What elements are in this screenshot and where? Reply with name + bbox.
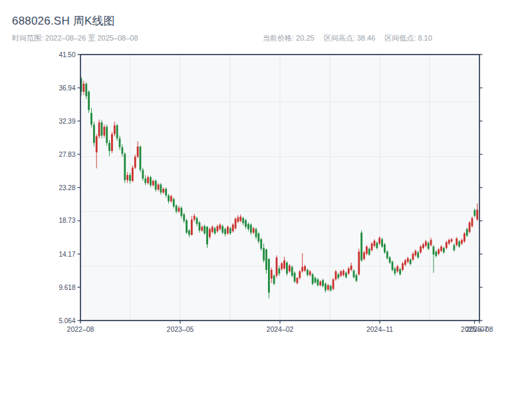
candle (335, 270, 337, 281)
candle (464, 232, 466, 243)
candle-body (422, 244, 424, 247)
candle-body (286, 263, 288, 273)
candle-body (129, 175, 131, 181)
candle-body (371, 243, 373, 250)
candle-body (348, 269, 350, 274)
candle-body (106, 127, 108, 143)
candle-body (183, 214, 185, 221)
candle (366, 245, 368, 255)
candle-body (101, 122, 103, 136)
candle (294, 271, 296, 283)
candle-body (412, 254, 414, 260)
candle-body (224, 229, 226, 234)
candle-body (309, 271, 311, 275)
candle-body (319, 281, 321, 285)
candle-body (144, 179, 146, 184)
candle-body (428, 243, 430, 249)
candle-body (376, 243, 378, 248)
candle-body (206, 227, 208, 244)
candle-body (188, 231, 190, 235)
candle-body (108, 143, 110, 151)
candle-body (209, 229, 211, 237)
candle (93, 122, 95, 146)
candle-body (417, 253, 419, 258)
candle-body (186, 220, 188, 233)
candle-body (464, 233, 466, 241)
candle-body (258, 233, 260, 241)
candle (384, 243, 386, 253)
candle-body (90, 113, 92, 125)
candle-body (142, 170, 144, 178)
candle-body (260, 239, 262, 249)
candle-body (374, 241, 376, 246)
candle-body (458, 241, 460, 247)
candle (265, 249, 267, 273)
y-tick-label: 27.83 (59, 151, 75, 158)
candle (332, 278, 334, 291)
x-tick-label: 2024–02 (267, 325, 294, 333)
candle-body (96, 136, 98, 152)
candle-body (271, 270, 273, 279)
candle (132, 166, 134, 182)
candle (286, 261, 288, 276)
candle-body (250, 225, 252, 233)
candle (471, 217, 473, 227)
candle-body (473, 210, 475, 216)
candle-body (289, 265, 291, 271)
candle-body (307, 270, 309, 275)
y-tick-label: 9.618 (59, 284, 75, 291)
candle-body (410, 259, 412, 264)
candle-body (389, 257, 391, 263)
y-tick-label: 32.39 (59, 118, 75, 125)
candle-body (214, 228, 216, 233)
candle-body (180, 208, 182, 216)
candle-body (315, 278, 317, 283)
candle-body (335, 271, 337, 279)
candle-body (378, 238, 380, 244)
candle (235, 217, 237, 230)
candle-body (170, 196, 172, 201)
candle-body (111, 134, 113, 151)
candle-body (283, 261, 285, 269)
candle-body (245, 220, 247, 227)
candle-body (116, 125, 118, 138)
candle-body (253, 228, 255, 233)
candle-body (394, 269, 396, 274)
candle-body (235, 219, 237, 228)
candle-body (358, 251, 360, 274)
candle (381, 238, 383, 248)
candle-body (196, 218, 198, 224)
candle-body (340, 271, 342, 276)
candle-body (399, 269, 401, 275)
candle-body (381, 239, 383, 247)
candle-body (227, 227, 229, 233)
candle-body (466, 229, 468, 235)
candle-body (278, 269, 280, 274)
candle-body (345, 273, 347, 277)
x-tick-label: 2024–11 (366, 325, 393, 333)
candle-body (152, 181, 154, 186)
y-tick-label: 14.17 (59, 251, 75, 258)
candle (358, 249, 360, 276)
candle-body (446, 242, 448, 248)
candle-body (191, 219, 193, 235)
candle-body (402, 263, 404, 270)
candle-body (178, 208, 180, 211)
candle (469, 221, 471, 233)
candle-body (360, 233, 362, 261)
candle-body (239, 217, 241, 221)
candle-body (237, 217, 239, 222)
candle-body (396, 266, 398, 271)
candle-body (337, 274, 339, 277)
candle (186, 219, 188, 234)
candle-body (384, 244, 386, 252)
candle-body (443, 248, 445, 253)
candle-body (114, 125, 116, 134)
candle-body (366, 247, 368, 254)
candle-body (440, 247, 442, 251)
candle-body (242, 218, 244, 223)
x-tick-label: 2023–05 (167, 325, 194, 333)
candle-body (160, 184, 162, 192)
candle-body (93, 124, 95, 142)
x-tick-label: 2025–08 (466, 325, 493, 333)
